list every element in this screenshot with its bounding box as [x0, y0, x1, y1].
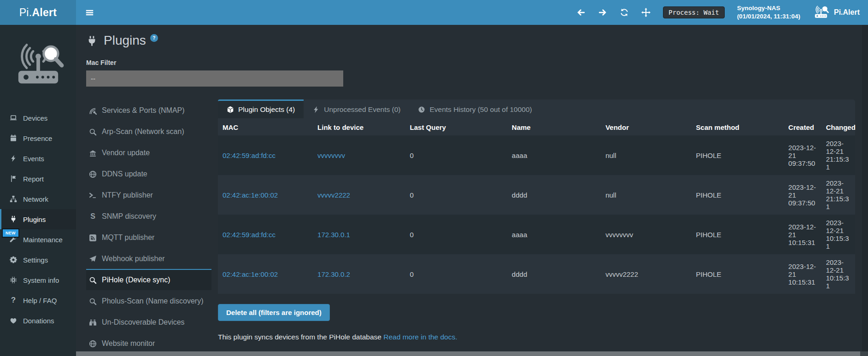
sidebar-item-presence[interactable]: Presence: [0, 128, 76, 148]
mac-link[interactable]: 02:42:ac:1e:00:02: [223, 191, 278, 199]
sidebar-item-label: Maintenance: [23, 236, 63, 244]
plugin-nav-item-ntfy-publisher[interactable]: NTFY publisher: [86, 184, 211, 205]
sidebar-item-system-info[interactable]: System info: [0, 270, 76, 290]
plugin-nav-item-pihole-device-sync[interactable]: PiHole (Device sync): [86, 269, 211, 290]
sidebar-item-label: Presence: [23, 134, 52, 142]
device-link[interactable]: vvvvvvvv: [317, 152, 345, 159]
sidebar-item-network[interactable]: Network: [0, 189, 76, 209]
plugin-nav-label: Vendor update: [102, 149, 150, 157]
sidebar-item-devices[interactable]: Devices: [0, 108, 76, 128]
brand-alert: Alert: [32, 6, 57, 19]
app-name: Pi.Alert: [834, 8, 860, 17]
cell-mac: 02:42:ac:1e:00:02: [218, 254, 313, 294]
cell-vendor: null: [601, 135, 691, 175]
sidebar-item-events[interactable]: Events: [0, 148, 76, 169]
cell-link-to-device: vvvvv2222: [313, 175, 405, 215]
vertical-scrollbar[interactable]: [862, 25, 868, 351]
cell-link-to-device: 172.30.0.2: [313, 254, 405, 294]
terminal-icon: [88, 192, 97, 199]
plugin-nav-item-snmp-discovery[interactable]: SSNMP discovery: [86, 205, 211, 227]
mac-filter-label: Mac Filter: [86, 59, 868, 66]
plugin-nav-label: Un-Discoverable Devices: [102, 318, 185, 327]
cell-changed: 2023-12-21 10:15:31: [821, 254, 855, 294]
sidebar-item-label: Help / FAQ: [23, 297, 57, 304]
tab-plugin-objects-4[interactable]: Plugin Objects (4): [218, 99, 304, 118]
cell-last-query: 0: [405, 254, 507, 294]
device-link[interactable]: 172.30.0.2: [317, 270, 350, 278]
brand-logo[interactable]: Pi.Alert: [0, 0, 76, 25]
send-icon: [88, 255, 97, 263]
col-header-last-query: Last Query: [405, 118, 507, 135]
plugin-nav-label: SNMP discovery: [102, 212, 156, 221]
tab-unprocessed-events-0[interactable]: Unprocessed Events (0): [304, 99, 409, 118]
plugin-nav-item-services-ports-nmap[interactable]: Services & Ports (NMAP): [86, 99, 211, 121]
gear-icon: [9, 256, 18, 263]
plugin-nav-item-ddns-update[interactable]: DDNS update: [86, 163, 211, 184]
tab-label: Plugin Objects (4): [238, 105, 295, 114]
plugin-nav-label: Arp-Scan (Network scan): [102, 128, 184, 136]
host-name: Synology-NAS: [737, 4, 800, 12]
cell-scan-method: PIHOLE: [692, 254, 784, 294]
device-link[interactable]: 172.30.0.1: [317, 231, 350, 239]
move-icon[interactable]: [641, 8, 651, 17]
plugin-nav-label: MQTT publisher: [102, 233, 154, 242]
cell-link-to-device: vvvvvvvv: [313, 135, 405, 175]
sidebar-item-plugins[interactable]: Plugins: [0, 209, 76, 229]
search-icon: [88, 276, 97, 284]
search-icon: [88, 298, 97, 305]
sidebar-item-donations[interactable]: Donations: [0, 310, 76, 331]
pialert-router-logo: [0, 25, 76, 108]
host-time: (01/01/2024, 11:31:04): [737, 12, 800, 21]
mac-link[interactable]: 02:42:ac:1e:00:02: [223, 270, 278, 278]
rss-square-icon: [88, 234, 97, 242]
sidebar-item-help-faq[interactable]: ?Help / FAQ: [0, 290, 76, 310]
help-badge[interactable]: ?: [150, 34, 158, 42]
col-header-vendor: Vendor: [601, 118, 691, 135]
cell-changed: 2023-12-21 21:15:31: [821, 175, 855, 215]
col-header-scan-method: Scan method: [692, 118, 784, 135]
network-icon: [9, 195, 18, 203]
cell-name: aaaa: [507, 135, 601, 175]
plugin-nav-item-website-monitor[interactable]: Website monitor: [86, 333, 211, 354]
app-identity[interactable]: Pi.Alert: [813, 6, 860, 20]
plugin-nav-label: PiHole (Device sync): [102, 276, 170, 284]
back-arrow-icon[interactable]: [576, 8, 586, 17]
plugin-nav-item-webhook-publisher[interactable]: Webhook publisher: [86, 248, 211, 269]
horizontal-scrollbar-thumb[interactable]: [76, 351, 860, 356]
sidebar-item-label: Donations: [23, 317, 54, 325]
read-more-link[interactable]: Read more in the docs.: [383, 333, 457, 341]
sidebar-item-label: Events: [23, 155, 44, 163]
plugin-nav-label: Webhook publisher: [102, 255, 165, 263]
plugin-nav: Services & Ports (NMAP)Arp-Scan (Network…: [86, 99, 211, 354]
horizontal-scrollbar[interactable]: [76, 351, 868, 356]
plugin-nav-item-vendor-update[interactable]: Vendor update: [86, 142, 211, 163]
refresh-icon[interactable]: [620, 8, 629, 17]
plugin-nav-item-un-discoverable-devices[interactable]: Un-Discoverable Devices: [86, 311, 211, 333]
plugin-description-text: This plugin syncs devices from the PiHol…: [218, 333, 381, 341]
mac-link[interactable]: 02:42:59:ad:fd:cc: [223, 152, 276, 159]
tab-label: Events History (50 out of 10000): [429, 105, 532, 114]
sidebar-item-label: Report: [23, 175, 44, 183]
cell-created: 2023-12-21 10:15:31: [784, 215, 821, 254]
sidebar: DevicesPresenceEventsReportNetworkPlugin…: [0, 25, 76, 356]
bank-icon: [88, 149, 97, 157]
hamburger-menu-icon[interactable]: [85, 8, 94, 17]
plugin-nav-label: Services & Ports (NMAP): [102, 106, 185, 115]
sidebar-item-label: Settings: [23, 256, 48, 264]
tab-events-history-50-out-of-10000[interactable]: Events History (50 out of 10000): [409, 99, 540, 118]
sidebar-item-settings[interactable]: Settings: [0, 250, 76, 270]
delete-all-button[interactable]: Delete all (filters are ignored): [218, 304, 330, 321]
plugin-nav-item-mqtt-publisher[interactable]: MQTT publisher: [86, 227, 211, 248]
cell-mac: 02:42:ac:1e:00:02: [218, 175, 313, 215]
mac-link[interactable]: 02:42:59:ad:fd:cc: [223, 231, 276, 239]
plugin-nav-item-pholus-scan-name-discovery[interactable]: Pholus-Scan (Name discovery): [86, 290, 211, 311]
bolt-icon: [312, 106, 320, 113]
sidebar-item-report[interactable]: Report: [0, 169, 76, 189]
mac-filter-input[interactable]: [86, 70, 343, 87]
laptop-icon: [9, 114, 18, 122]
col-header-name: Name: [507, 118, 601, 135]
forward-arrow-icon[interactable]: [598, 8, 607, 17]
plugin-nav-label: DDNS update: [102, 170, 147, 178]
plugin-nav-item-arp-scan-network-scan[interactable]: Arp-Scan (Network scan): [86, 121, 211, 142]
device-link[interactable]: vvvvv2222: [317, 191, 350, 199]
